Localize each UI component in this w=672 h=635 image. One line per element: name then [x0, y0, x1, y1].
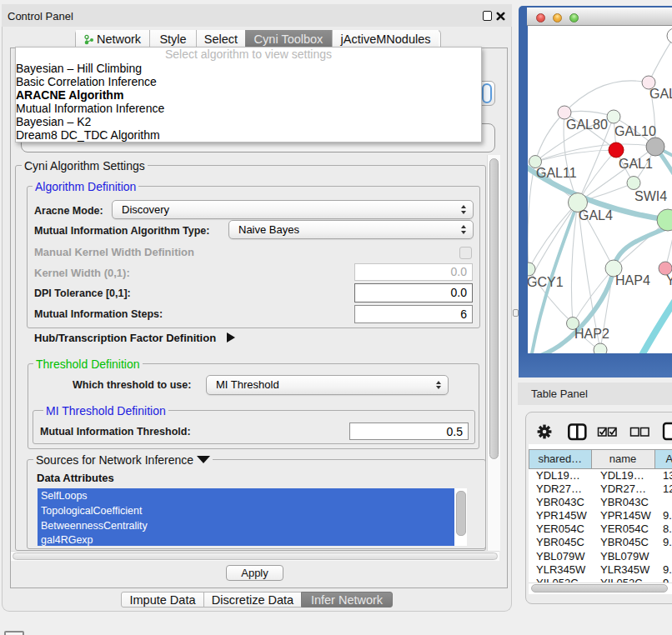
svg-text:GAL1: GAL1 — [619, 157, 653, 171]
svg-text:HAP2: HAP2 — [574, 327, 609, 341]
svg-text:HAP4: HAP4 — [615, 273, 650, 288]
svg-text:YL: YL — [666, 273, 672, 288]
svg-text:GAL4: GAL4 — [579, 208, 613, 222]
svg-text:GAL10: GAL10 — [614, 124, 656, 138]
svg-text:GAL11: GAL11 — [536, 166, 577, 180]
svg-text:SWI4: SWI4 — [634, 189, 667, 203]
svg-text:GCY1: GCY1 — [528, 275, 564, 289]
svg-text:GAL7: GAL7 — [649, 87, 672, 101]
svg-text:GAL80: GAL80 — [566, 118, 608, 132]
